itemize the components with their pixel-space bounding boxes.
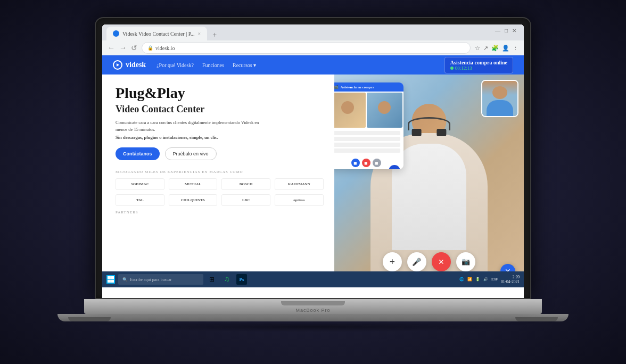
start-sq-4 xyxy=(111,280,114,283)
site-navigation: videsk ¿Por qué Videsk? Funciones Recurs… xyxy=(102,55,524,75)
assist-icon: 📹 xyxy=(334,85,339,89)
clock-date: 01-04-2021 xyxy=(501,279,520,284)
form-field-3 xyxy=(334,143,400,147)
send-icon[interactable]: ↗ xyxy=(483,45,488,52)
screen-content: Videsk Video Contact Center | P... × + —… xyxy=(102,24,524,298)
refresh-button[interactable]: ↺ xyxy=(131,44,137,53)
start-row-1 xyxy=(108,276,114,279)
maximize-button[interactable]: □ xyxy=(505,28,508,34)
start-button[interactable] xyxy=(106,275,115,284)
end-call-button[interactable]: ✕ xyxy=(432,252,451,271)
cta-title: Asistencia compra online xyxy=(450,60,507,65)
website-content: videsk ¿Por qué Videsk? Funciones Recurs… xyxy=(102,55,524,287)
hero-title: Plug&Play xyxy=(116,85,324,102)
logo-circle-icon xyxy=(113,60,122,70)
globe-icon: 🌐 xyxy=(459,277,464,282)
forward-button[interactable]: → xyxy=(119,44,127,52)
start-sq-2 xyxy=(111,276,114,279)
profile-avatar[interactable]: 👤 xyxy=(502,45,509,52)
search-icon: 🔍 xyxy=(122,277,128,282)
form-field-4 xyxy=(334,148,400,153)
nav-funciones[interactable]: Funciones xyxy=(202,62,224,68)
assist-video-grid xyxy=(334,92,403,129)
laptop-screen: Videsk Video Contact Center | P... × + —… xyxy=(95,17,531,299)
headset-left-ear xyxy=(411,129,421,136)
brand-tal: TAL xyxy=(116,194,164,206)
brand-optima: optima xyxy=(275,194,324,206)
widget-btn-red[interactable]: ◼ xyxy=(362,159,370,167)
taskbar-task-view[interactable]: ⊞ xyxy=(207,274,217,285)
thumb-head-2 xyxy=(378,101,391,114)
assist-widget-title: Asistencia en compra xyxy=(341,85,375,89)
timer-value: 00:12:13 xyxy=(455,65,472,71)
laptop-notch xyxy=(281,301,345,305)
pip-video xyxy=(481,80,518,117)
nav-links: ¿Por qué Videsk? Funciones Recursos ▾ xyxy=(156,62,256,68)
desc2-bold: simple, un clic. xyxy=(190,135,218,140)
hero-description-2: Sin descargas, plugins o instalaciones, … xyxy=(116,135,324,140)
brand-bosch: BOSCH xyxy=(221,178,270,190)
browser-chrome: Videsk Video Contact Center | P... × + —… xyxy=(102,24,524,55)
pip-head xyxy=(492,86,507,99)
nav-why-videsk[interactable]: ¿Por qué Videsk? xyxy=(156,62,194,68)
camera-toggle-button[interactable]: 📷 xyxy=(456,252,475,271)
address-bar[interactable]: 🔒 videsk.io xyxy=(142,42,471,54)
add-call-button[interactable]: + xyxy=(383,252,402,271)
minimize-button[interactable]: — xyxy=(495,28,500,34)
start-sq-1 xyxy=(108,276,111,279)
extensions-icon[interactable]: 🧩 xyxy=(491,45,499,52)
nav-cta-widget[interactable]: Asistencia compra online 00:12:13 xyxy=(444,57,513,73)
cta-timer: 00:12:13 xyxy=(450,65,507,71)
pip-person-figure xyxy=(482,81,517,116)
system-clock: 2:20 01-04-2021 xyxy=(501,275,520,284)
laptop-base: MacBook Pro xyxy=(84,299,542,314)
logo-text: videsk xyxy=(126,61,146,69)
assist-widget[interactable]: 📹 Asistencia en compra xyxy=(334,82,403,169)
laptop-foot-left xyxy=(68,317,111,321)
hero-section: Plug&Play Video Contact Center Comunícat… xyxy=(102,75,524,287)
toolbar-right-actions: ☆ ↗ 🧩 👤 ⋮ xyxy=(475,45,518,52)
hero-subtitle: Video Contact Center xyxy=(116,104,324,115)
star-icon[interactable]: ☆ xyxy=(475,45,480,52)
taskbar-search-bar[interactable]: 🔍 Escribe aquí para buscar xyxy=(118,274,203,285)
taskbar-spotify[interactable]: ♫ xyxy=(221,274,232,285)
try-live-button[interactable]: Pruébalo en vivo xyxy=(165,147,217,160)
hero-description-1: Comunícate cara a cara con tus clientes … xyxy=(116,119,265,133)
tab-favicon xyxy=(113,30,119,37)
new-tab-button[interactable]: + xyxy=(209,30,220,40)
laptop-shadow xyxy=(111,321,515,332)
more-menu-icon[interactable]: ⋮ xyxy=(513,45,518,52)
windows-taskbar: 🔍 Escribe aquí para buscar ⊞ ♫ Ps 🌐 📶 🔋 … xyxy=(102,271,524,287)
clock-time: 2:20 xyxy=(501,275,520,279)
laptop-wrapper: Videsk Video Contact Center | P... × + —… xyxy=(73,17,553,347)
video-thumb-agent xyxy=(334,93,366,128)
browser-tabs: Videsk Video Contact Center | P... × + —… xyxy=(102,24,524,40)
tab-close-button[interactable]: × xyxy=(198,31,201,37)
brand-mutual: MUTUAL xyxy=(169,178,218,190)
close-button[interactable]: ✕ xyxy=(512,28,516,34)
taskbar-photoshop[interactable]: Ps xyxy=(236,274,247,285)
taskbar-app-icons: ⊞ ♫ Ps xyxy=(207,274,247,285)
taskbar-system-tray: 🌐 📶 🔋 🔊 ESP 2:20 01-04-2021 xyxy=(459,275,520,284)
form-field-2 xyxy=(334,137,400,141)
widget-btn-gray[interactable]: ◼ xyxy=(373,159,381,167)
mute-button[interactable]: 🎤 xyxy=(407,252,426,271)
desc2-text: Sin descargas, plugins o instalaciones, xyxy=(116,135,188,140)
network-icon: 📶 xyxy=(467,277,472,282)
macbook-label: MacBook Pro xyxy=(295,308,330,313)
contact-button[interactable]: Contáctanos xyxy=(116,147,160,160)
active-tab[interactable]: Videsk Video Contact Center | P... × xyxy=(106,27,207,40)
window-controls: — □ ✕ xyxy=(495,28,516,34)
volume-icon: 🔊 xyxy=(483,277,488,282)
brands-row-1: SODIMAC MUTUAL BOSCH KAUFMANN xyxy=(116,178,324,190)
hero-buttons: Contáctanos Pruébalo en vivo xyxy=(116,147,324,160)
hero-right-video: 📹 Asistencia en compra xyxy=(334,75,524,287)
battery-icon: 🔋 xyxy=(475,277,480,282)
pip-body xyxy=(487,100,513,116)
widget-btn-blue[interactable]: ◼ xyxy=(351,159,360,167)
back-button[interactable]: ← xyxy=(108,44,115,52)
call-controls: + 🎤 ✕ 📷 xyxy=(383,252,475,271)
start-sq-3 xyxy=(108,280,111,283)
site-logo: videsk xyxy=(113,60,146,70)
nav-recursos[interactable]: Recursos ▾ xyxy=(233,62,256,68)
